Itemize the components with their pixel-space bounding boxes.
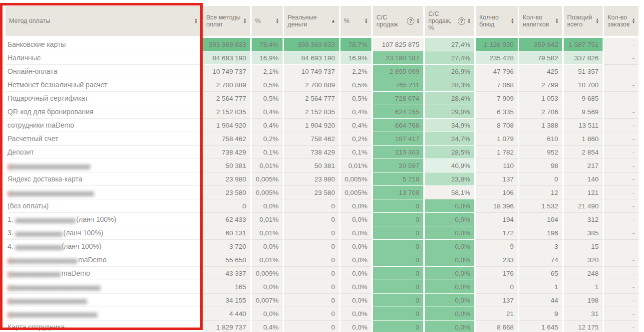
cell-positions: 51 357 <box>564 65 603 78</box>
cell-positions: 1 587 751 <box>564 38 603 51</box>
method-name: 1. <box>7 215 15 223</box>
column-header-real-pct[interactable]: %▲▼ <box>340 6 371 38</box>
column-header-cost-pct[interactable]: С/С продаж, %?▲▼ <box>425 6 474 38</box>
cell-cost-pct: 0,0% <box>425 199 474 213</box>
cell-real: 758 462 <box>284 132 339 146</box>
cell-orders: - <box>604 199 639 213</box>
cell-all-pct: 0,0% <box>252 240 283 253</box>
method-name: Нетмонет безналичный расчет <box>7 81 107 89</box>
sort-icon[interactable]: ▲▼ <box>467 18 471 24</box>
cell-method: 3. ▆▆▆▆ ▆▆▆▆▆▆▆ ▆▆▆ (ланч 100%) <box>5 226 201 240</box>
cell-real-pct: 0,0% <box>340 199 371 213</box>
payments-report-page: Метод оплаты▲▼Все методы оплат▲▼%▲▼Реаль… <box>0 0 644 332</box>
sort-icon[interactable]: ▲▼ <box>632 18 635 24</box>
cell-method: Онлайн-оплата <box>5 65 201 78</box>
cell-positions: 320 <box>564 253 603 267</box>
method-name: сотрудники maDemo <box>7 121 74 129</box>
table-row: Подарочный сертификат2 564 7770,5%2 564 … <box>5 92 639 105</box>
cell-cost-pct: 26,9% <box>425 65 474 78</box>
cell-orders: - <box>604 186 639 199</box>
help-icon[interactable]: ? <box>458 17 465 25</box>
cell-orders: - <box>604 78 639 92</box>
cell-real-pct: 0,0% <box>340 267 371 280</box>
cell-orders: - <box>604 307 639 321</box>
cell-positions: 248 <box>564 267 603 280</box>
column-header-drinks[interactable]: Кол-во напитков▲▼ <box>519 6 562 38</box>
cell-all: 23 580 <box>203 186 250 199</box>
column-label-all-pct: % <box>255 17 274 24</box>
cell-real: 23 580 <box>284 186 339 199</box>
sort-icon[interactable]: ▲▼ <box>596 18 599 24</box>
table-row: ▆▆▆▆▆▆ ▆▆▆▆▆▆▆▆▆▆ ▆▆▆▆ ▆▆▆▆ ▆▆▆▆1650,0%0… <box>5 280 639 294</box>
cell-all-pct: 0,5% <box>252 92 283 105</box>
cell-drinks: 9 <box>519 307 562 321</box>
cell-cost: 20 597 <box>373 159 423 172</box>
sort-icon[interactable]: ▲▼ <box>364 18 368 24</box>
cell-cost-pct: 27,4% <box>425 38 474 51</box>
column-header-positions[interactable]: Позиций всего▲▼ <box>564 6 603 38</box>
column-label-method: Метод оплаты <box>9 17 192 24</box>
cell-all: 4 440 <box>203 307 250 321</box>
cell-dishes: 1 782 <box>476 146 518 159</box>
cell-cost: 0 <box>373 213 423 226</box>
help-icon[interactable]: ? <box>407 17 414 25</box>
column-label-real-pct: % <box>344 17 362 24</box>
cell-all-pct: 0,4% <box>252 119 283 132</box>
table-row: ▆▆▆▆▆▆▆ ▆▆▆▆▆▆ ▆▆▆ maDemo43 3370,009%00,… <box>5 267 639 280</box>
cell-real: 0 <box>284 294 339 307</box>
cell-cost: 0 <box>373 280 423 294</box>
method-name: (ланч 100%) <box>61 229 103 237</box>
cell-positions: 140 <box>564 172 603 186</box>
cell-cost-pct: 28,4% <box>425 92 474 105</box>
sort-icon[interactable]: ▲▼ <box>194 18 198 24</box>
column-header-all[interactable]: Все методы оплат▲▼ <box>203 6 250 38</box>
cell-all: 738 429 <box>203 146 250 159</box>
cell-drinks: 0 <box>519 172 562 186</box>
method-name: QR-код для бронирования <box>7 108 93 116</box>
column-header-method[interactable]: Метод оплаты▲▼ <box>5 6 201 38</box>
cell-cost: 624 155 <box>373 105 423 119</box>
sort-asc-icon[interactable]: ▲ <box>331 19 335 23</box>
table-row: Депозит738 4290,1%738 4290,1%210 30328,5… <box>5 146 639 159</box>
sort-icon[interactable]: ▲▼ <box>511 18 514 24</box>
cell-cost: 0 <box>373 199 423 213</box>
cell-orders: - <box>604 226 639 240</box>
cell-drinks: 2 799 <box>519 78 562 92</box>
cell-drinks: 44 <box>519 294 562 307</box>
cell-positions: 1 <box>564 280 603 294</box>
cell-cost: 765 211 <box>373 78 423 92</box>
cell-method: ▆▆▆▆▆▆▆ ▆▆▆▆▆▆ ▆▆▆ maDemo <box>5 267 201 280</box>
cell-method: QR-код для бронирования <box>5 105 201 119</box>
cell-orders: - <box>604 146 639 159</box>
cell-real: 10 749 737 <box>284 65 339 78</box>
cell-method: ▆▆▆▆ ▆▆▆▆▆▆▆ ▆▆▆▆▆▆▆▆ ▆▆▆▆▆▆ <box>5 159 201 172</box>
column-label-dishes: Кол-во блюд <box>479 14 509 28</box>
sort-icon[interactable]: ▲▼ <box>416 18 420 24</box>
cell-all-pct: 0,0% <box>252 280 283 294</box>
cell-real-pct: 0,4% <box>340 119 371 132</box>
sort-icon[interactable]: ▲▼ <box>243 18 247 24</box>
cell-method: ▆▆▆▆▆▆▆ ▆▆▆▆▆▆▆▆ ▆▆▆ ▆▆▆▆ ▆▆▆▆ <box>5 186 201 199</box>
column-header-cost[interactable]: С/С продаж?▲▼ <box>373 6 423 38</box>
cell-all: 2 152 835 <box>203 105 250 119</box>
cell-positions: 312 <box>564 213 603 226</box>
sort-icon[interactable]: ▲▼ <box>276 18 279 24</box>
cell-orders: - <box>604 240 639 253</box>
cell-real: 0 <box>284 253 339 267</box>
cell-cost-pct: 27,4% <box>425 51 474 65</box>
sort-icon[interactable]: ▲▼ <box>555 18 559 24</box>
cell-cost-pct: 58,1% <box>425 186 474 199</box>
column-header-orders[interactable]: Кол-во заказов▲▼ <box>604 6 639 38</box>
cell-positions: 31 <box>564 307 603 321</box>
cell-all-pct: 0,01% <box>252 253 283 267</box>
payments-table: Метод оплаты▲▼Все методы оплат▲▼%▲▼Реаль… <box>4 6 640 332</box>
cell-positions: 9 569 <box>564 105 603 119</box>
cell-orders: - <box>604 321 639 332</box>
cell-all-pct: 0,01% <box>252 213 283 226</box>
cell-drinks: 1 645 <box>519 321 562 332</box>
column-header-real[interactable]: Реальные деньги▲ <box>284 6 339 38</box>
column-header-all-pct[interactable]: %▲▼ <box>252 6 283 38</box>
cell-orders: - <box>604 92 639 105</box>
column-header-dishes[interactable]: Кол-во блюд▲▼ <box>476 6 518 38</box>
cell-cost-pct: 28,3% <box>425 78 474 92</box>
